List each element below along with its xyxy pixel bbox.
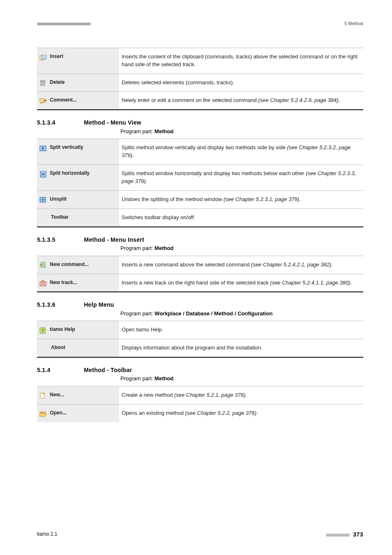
section-num: 5.1.3.6 — [37, 301, 82, 309]
row-desc: Create a new method (see Chapter 5.2.1, … — [119, 386, 363, 405]
table-row: Split horizontally Splits method window … — [37, 165, 363, 191]
svg-rect-23 — [44, 282, 46, 286]
row-desc: Undoes the splitting of the method windo… — [119, 190, 363, 208]
unsplit-icon — [39, 197, 47, 202]
row-label: New... — [37, 386, 119, 405]
comment-icon — [39, 97, 47, 103]
table-row: ? tiamo Help Open tiamo Help. — [37, 321, 363, 339]
desc-ital: (see Chapter 5.2.1, page 376) — [174, 392, 245, 398]
help-menu-table: ? tiamo Help Open tiamo Help. About Disp… — [37, 321, 363, 358]
program-part: Program part: Method — [120, 245, 363, 252]
desc-text: Undoes the splitting of the method windo… — [122, 196, 224, 202]
row-desc: Switches toolbar display on/off. — [119, 208, 363, 227]
split-v-icon — [39, 145, 47, 150]
row-label-text: Unsplit — [50, 196, 67, 202]
program-part: Program part: Method — [120, 375, 363, 383]
row-label-text: New track... — [50, 280, 77, 285]
svg-rect-20 — [41, 266, 45, 268]
row-label-text: tiamo Help — [50, 327, 75, 333]
table-row: New... Create a new method (see Chapter … — [37, 386, 363, 405]
row-label-text: Delete — [50, 79, 65, 85]
desc-text: Inserts a new command above the selected… — [122, 261, 251, 268]
row-label-text: Split horizontally — [50, 170, 90, 176]
svg-point-29 — [44, 393, 45, 395]
svg-rect-1 — [42, 55, 46, 59]
insert-menu-table: New command... Inserts a new command abo… — [37, 256, 363, 293]
row-label: Comment... — [37, 92, 119, 110]
row-desc: Newly enter or edit a comment on the sel… — [119, 92, 363, 110]
svg-rect-13 — [40, 171, 46, 173]
table-row: Toolbar Switches toolbar display on/off. — [37, 208, 363, 227]
footer-product: tiamo 2.1 — [37, 531, 57, 538]
program-part-value: Method — [154, 375, 173, 382]
program-part-label: Program part: — [120, 128, 154, 134]
edit-menu-table: Insert Inserts the content of the clipbo… — [37, 48, 363, 110]
desc-text: Switches toolbar display on/off. — [122, 214, 195, 220]
page-header: ■■■■■■■■■■■■■■■■■■■■■■■ 5 Method — [37, 21, 363, 27]
desc-text: Splits method window vertically and disp… — [122, 144, 287, 150]
table-row: Delete Deletes selected elements (comman… — [37, 74, 363, 92]
svg-rect-19 — [41, 262, 45, 264]
row-label: Insert — [37, 48, 119, 74]
desc-text: Deletes selected elements (commands, tra… — [122, 79, 234, 86]
row-label-text: Open... — [50, 410, 67, 416]
view-menu-table: Split vertically Splits method window ve… — [37, 139, 363, 227]
row-label: About — [37, 339, 119, 357]
svg-rect-11 — [43, 146, 46, 151]
svg-marker-8 — [41, 102, 43, 104]
desc-post: . — [299, 196, 301, 202]
row-label-text: Split vertically — [50, 145, 83, 150]
row-label-text: About — [39, 344, 65, 351]
trash-icon — [39, 79, 47, 85]
svg-rect-10 — [39, 146, 42, 151]
row-label: New track... — [37, 274, 119, 292]
section-title: Method - Menu View — [84, 119, 141, 126]
desc-post: . — [245, 392, 247, 398]
section-num: 5.1.3.5 — [37, 236, 82, 244]
row-label-text: New... — [50, 392, 64, 398]
section-heading: 5.1.3.5 Method - Menu Insert — [37, 236, 363, 244]
desc-ital: (see Chapter 5.2.4.1.1, page 380) — [270, 280, 350, 286]
new-track-icon — [39, 280, 47, 285]
row-label: Split horizontally — [37, 165, 119, 191]
section-title: Method - Toolbar — [84, 367, 132, 373]
table-row: Comment... Newly enter or edit a comment… — [37, 92, 363, 110]
row-desc: Displays information about the program a… — [119, 339, 363, 357]
row-label: Unsplit — [37, 190, 119, 208]
desc-post: . — [256, 410, 258, 416]
clipboard-icon — [39, 54, 47, 60]
row-label-text: Insert — [50, 53, 63, 59]
open-icon — [39, 410, 47, 416]
section-title: Help Menu — [84, 301, 114, 308]
section-heading: 5.1.3.6 Help Menu — [37, 301, 363, 309]
row-label-text: New command... — [50, 261, 89, 267]
table-row: Insert Inserts the content of the clipbo… — [37, 48, 363, 74]
desc-post: . — [339, 97, 340, 103]
table-row: Open... Opens an existing method (see Ch… — [37, 405, 363, 422]
row-label-text: Comment... — [50, 97, 76, 103]
desc-text: Splits method window horizontally and di… — [122, 170, 306, 176]
row-label-text: Toolbar — [39, 214, 69, 221]
program-part-label: Program part: — [120, 245, 154, 251]
svg-rect-22 — [40, 282, 42, 286]
new-cmd-icon — [39, 261, 47, 267]
desc-post: . — [146, 178, 148, 184]
footer-dots: ■■■■■■■■■ — [326, 532, 349, 538]
svg-text:?: ? — [42, 328, 44, 333]
row-label: Delete — [37, 74, 119, 92]
desc-text: Create a new method — [122, 392, 174, 398]
row-desc: Inserts the content of the clipboard (co… — [119, 48, 363, 74]
section-num: 5.1.4 — [37, 366, 82, 374]
section-title: Method - Menu Insert — [84, 236, 144, 243]
desc-post: . — [350, 280, 352, 286]
footer-page: 373 — [353, 531, 363, 538]
desc-post: . — [331, 261, 333, 268]
page-footer: tiamo 2.1 ■■■■■■■■■ 373 — [37, 530, 363, 539]
table-row: About Displays information about the pro… — [37, 339, 363, 357]
row-label: New command... — [37, 256, 119, 274]
new-icon — [39, 392, 47, 398]
program-part-label: Program part: — [120, 310, 154, 317]
row-desc: Open tiamo Help. — [119, 321, 363, 339]
toolbar-table: New... Create a new method (see Chapter … — [37, 386, 363, 422]
row-label: Split vertically — [37, 139, 119, 165]
